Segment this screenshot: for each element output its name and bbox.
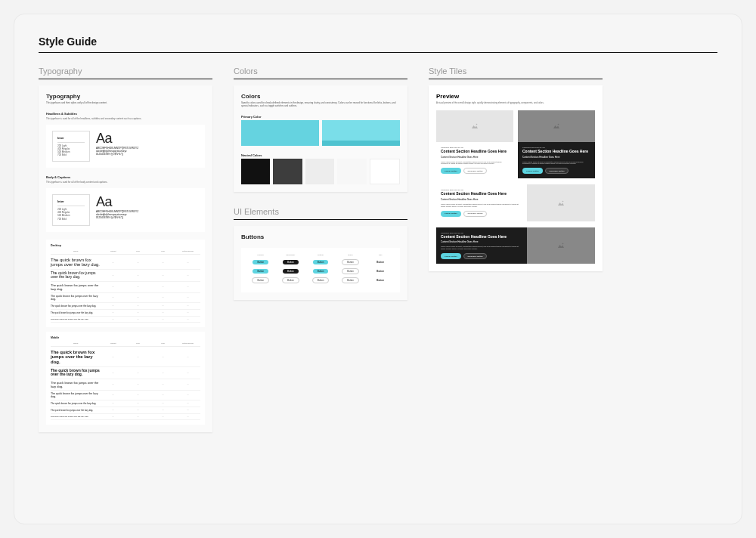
outline-button[interactable]: Button xyxy=(313,260,329,264)
color-swatch-primary-1 xyxy=(241,120,319,146)
type-scale-row: The quick brown fox jumps over the lazy … xyxy=(51,303,200,310)
svg-point-2 xyxy=(562,200,564,202)
svg-point-3 xyxy=(562,243,564,245)
primary-color-row xyxy=(241,120,400,146)
secondary-button[interactable]: Secondary Button xyxy=(463,253,488,259)
type-scale-row: The quick brown fox jumps over the lazy … xyxy=(51,282,200,293)
type-scale-desktop: Desktop Name Weight Size Line Letterspac… xyxy=(46,240,205,327)
style-tiles-column: Style Tiles Preview A visual preview of … xyxy=(429,66,603,432)
svg-point-1 xyxy=(558,124,559,125)
link-button[interactable]: Button xyxy=(372,260,389,264)
tile-wide-dark: CONTENT SECTION STYLE Content Section He… xyxy=(436,227,595,264)
font-card: Inter 200 Light 400 Regular 500 Medium 7… xyxy=(52,194,90,225)
typography-column: Typography Typography This typefaces and… xyxy=(39,66,212,432)
button-row: Button Button Button Button Button xyxy=(246,268,395,274)
primary-button[interactable]: Primary Button xyxy=(522,168,543,174)
tile-row: CONTENT SECTION STYLE Content Section He… xyxy=(436,110,595,178)
columns: Typography Typography This typefaces and… xyxy=(39,66,717,432)
secondary-button[interactable]: Secondary Button xyxy=(545,168,569,174)
specimen: Aa ABCDEFGHIJKLMNOPQRSTUVWXYZ abcdefghij… xyxy=(96,194,199,225)
svg-point-0 xyxy=(476,124,478,125)
headlines-desc: This typeface is used for all of the hea… xyxy=(46,117,205,120)
image-icon xyxy=(556,242,565,249)
button-row: Button Button Button Button Button xyxy=(246,259,395,265)
type-scale-row: The quick brown fox jumps over the lazy … xyxy=(51,317,200,323)
primary-button[interactable]: Primary Button xyxy=(441,253,461,259)
type-scale-row: The quick brown fox jumps over the lazy … xyxy=(51,391,200,400)
body-desc: This typeface is used for all of the bod… xyxy=(46,181,205,184)
secondary-button[interactable]: Button xyxy=(283,269,299,274)
body-label: Body & Captions xyxy=(46,175,205,179)
primary-button[interactable]: Button xyxy=(253,260,268,264)
button-grid: Primary Secondary Outline Basic Link But… xyxy=(241,248,400,292)
ui-elements-section-label: UI Elements xyxy=(234,207,407,220)
primary-button[interactable]: Primary Button xyxy=(441,168,461,174)
type-scale-row: The quick brown fox jumps over the lazy … xyxy=(51,407,200,414)
colors-section-label: Colors xyxy=(234,66,407,79)
basic-button[interactable]: Button xyxy=(342,268,359,274)
font-card: Inter 200 Light 400 Regular 500 Medium 7… xyxy=(52,131,90,162)
tile-body: CONTENT SECTION STYLE Content Section He… xyxy=(436,184,527,221)
basic-button[interactable]: Button xyxy=(342,259,359,265)
card-subtitle: This typefaces and their styles unify al… xyxy=(46,101,205,104)
image-icon xyxy=(552,122,561,130)
image-icon xyxy=(556,199,565,207)
button-grid-header: Primary Secondary Outline Basic Link xyxy=(246,254,395,256)
primary-button[interactable]: Primary Button xyxy=(441,211,461,217)
color-swatch-neutral-5 xyxy=(370,159,400,184)
outline-button[interactable]: Button xyxy=(313,269,329,274)
image-placeholder xyxy=(436,110,513,142)
link-button[interactable]: Button xyxy=(372,269,389,274)
type-scale-row: The quick brown fox jumps over the lazy … xyxy=(51,270,200,282)
type-scale-row: The quick brown fox jumps over the lazy … xyxy=(51,400,200,407)
color-swatch-neutral-1 xyxy=(241,159,270,184)
type-scale-columns: Name Weight Size Line Letterspacing xyxy=(51,342,200,347)
style-tiles-section-label: Style Tiles xyxy=(429,66,603,79)
body-specimen: Inter 200 Light 400 Regular 500 Medium 7… xyxy=(46,188,205,231)
headlines-label: Headlines & Subtitles xyxy=(46,112,205,116)
button-row: Button Button Button Button Button xyxy=(246,277,395,283)
type-scale-row: The quick brown fox jumps over the lazy … xyxy=(51,293,200,303)
image-placeholder xyxy=(527,184,595,221)
typography-card: Typography This typefaces and their styl… xyxy=(39,85,212,432)
card-title: Typography xyxy=(46,93,205,100)
tile-light: CONTENT SECTION STYLE Content Section He… xyxy=(436,110,513,178)
tile-body: CONTENT SECTION STYLE Content Section He… xyxy=(436,142,513,178)
specimen: Aa ABCDEFGHIJKLMNOPQRSTUVWXYZ abcdefghij… xyxy=(96,131,199,162)
neutral-color-row xyxy=(241,159,400,184)
typography-section-label: Typography xyxy=(39,66,212,79)
outline-button[interactable]: Button xyxy=(312,277,330,283)
style-guide-canvas: Style Guide Typography Typography This t… xyxy=(14,14,742,524)
tile-row: CONTENT SECTION STYLE Content Section He… xyxy=(436,227,595,264)
basic-button[interactable]: Button xyxy=(342,277,359,283)
type-scale-mobile: Mobile Name Weight Size Line Letterspaci… xyxy=(46,332,205,425)
type-scale-row: The quick brown fox jumps over the lazy … xyxy=(51,414,200,420)
type-scale-row: The quick brown fox jumps over the lazy … xyxy=(51,348,200,367)
type-scale-row: The quick brown fox jumps over the lazy … xyxy=(51,256,200,270)
color-swatch-neutral-3 xyxy=(305,159,334,184)
tile-wide-light: CONTENT SECTION STYLE Content Section He… xyxy=(436,184,595,221)
type-scale-row: The quick brown fox jumps over the lazy … xyxy=(51,310,200,317)
type-scale-row: The quick brown fox jumps over the lazy … xyxy=(51,367,200,379)
image-placeholder xyxy=(527,227,595,264)
tile-row: CONTENT SECTION STYLE Content Section He… xyxy=(436,184,595,221)
secondary-button[interactable]: Secondary Button xyxy=(463,168,488,174)
buttons-card: Buttons Primary Secondary Outline Basic … xyxy=(234,226,407,300)
tile-body: CONTENT SECTION STYLE Content Section He… xyxy=(436,227,527,264)
color-swatch-primary-2 xyxy=(322,120,400,146)
primary-button[interactable]: Button xyxy=(253,269,268,274)
link-button[interactable]: Button xyxy=(372,278,389,283)
middle-column: Colors Colors Specific colors used for c… xyxy=(234,66,407,432)
image-placeholder xyxy=(518,110,595,142)
color-swatch-neutral-4 xyxy=(337,159,366,184)
headlines-specimen: Inter 200 Light 400 Regular 500 Medium 7… xyxy=(46,125,205,168)
image-icon xyxy=(470,122,479,130)
preview-card: Preview A visual preview of the overall … xyxy=(429,85,603,271)
primary-button[interactable]: Button xyxy=(252,277,269,283)
color-swatch-neutral-2 xyxy=(273,159,302,184)
secondary-button[interactable]: Button xyxy=(283,260,299,264)
colors-card: Colors Specific colors used for clearly … xyxy=(234,85,407,192)
secondary-button[interactable]: Button xyxy=(282,277,299,283)
secondary-button[interactable]: Secondary Button xyxy=(463,211,488,217)
type-scale-row: The quick brown fox jumps over the lazy … xyxy=(51,379,200,391)
